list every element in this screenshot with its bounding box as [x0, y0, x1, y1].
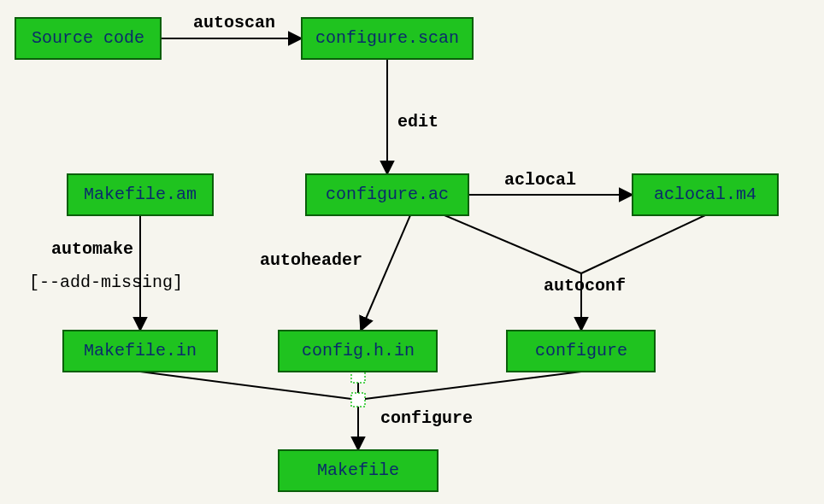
svg-line-8	[140, 372, 358, 400]
node-configure: configure	[507, 331, 655, 372]
edge-autoheader: autoheader	[260, 215, 410, 331]
node-configure-scan: configure.scan	[302, 18, 473, 59]
edge-automake-sublabel: [--add-missing]	[29, 273, 183, 292]
edge-configure: configure	[140, 369, 581, 450]
node-makefile-in: Makefile.in	[63, 331, 217, 372]
edge-configure-label: configure	[380, 408, 473, 428]
svg-line-6	[581, 215, 705, 273]
node-makefile-in-label: Makefile.in	[84, 341, 197, 360]
node-configure-label: configure	[535, 341, 627, 360]
node-makefile-am-label: Makefile.am	[84, 185, 197, 204]
node-makefile-am: Makefile.am	[68, 174, 213, 215]
edge-autoconf: autoconf	[444, 215, 705, 331]
node-makefile: Makefile	[279, 450, 438, 491]
edge-automake-label: automake	[51, 239, 133, 259]
edge-automake: automake [--add-missing]	[29, 215, 183, 331]
node-source-code: Source code	[15, 18, 161, 59]
edge-autoheader-label: autoheader	[260, 250, 362, 270]
edge-edit-label: edit	[397, 112, 438, 132]
node-source-code-label: Source code	[32, 28, 144, 48]
handle-icon	[351, 393, 365, 407]
edge-aclocal: aclocal	[468, 170, 633, 195]
node-config-h-in: config.h.in	[279, 331, 437, 372]
node-makefile-label: Makefile	[317, 460, 399, 480]
svg-line-5	[444, 215, 581, 273]
node-config-h-in-label: config.h.in	[302, 341, 415, 360]
svg-line-10	[358, 372, 581, 400]
node-aclocal-m4-label: aclocal.m4	[654, 185, 756, 204]
svg-line-4	[361, 215, 410, 331]
node-aclocal-m4: aclocal.m4	[633, 174, 778, 215]
edge-autoscan: autoscan	[161, 13, 302, 38]
edge-autoscan-label: autoscan	[193, 13, 275, 32]
edge-autoconf-label: autoconf	[544, 276, 626, 296]
node-configure-ac-label: configure.ac	[326, 185, 449, 204]
node-configure-scan-label: configure.scan	[315, 28, 459, 48]
edge-aclocal-label: aclocal	[504, 170, 576, 190]
node-configure-ac: configure.ac	[306, 174, 468, 215]
edge-edit: edit	[387, 59, 438, 174]
